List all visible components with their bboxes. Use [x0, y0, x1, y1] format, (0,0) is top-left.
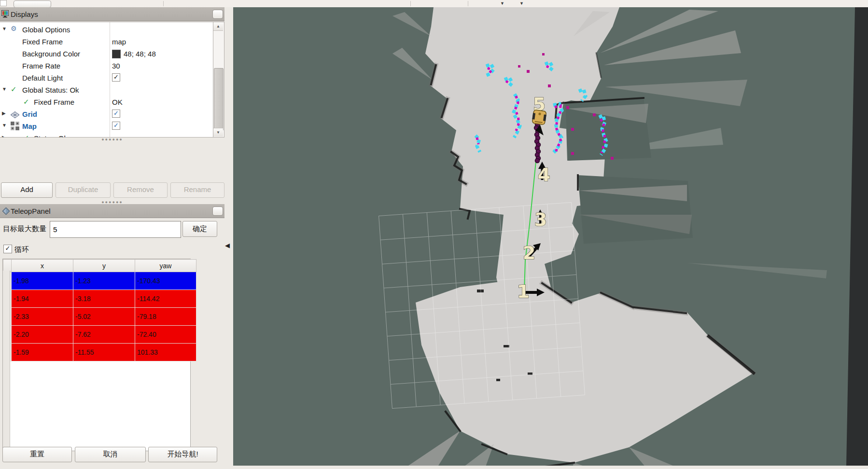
- loop-label: 循环: [14, 245, 29, 254]
- tree-row-frame-rate[interactable]: Frame Rate 30: [0, 60, 212, 72]
- grid-enabled-checkbox[interactable]: ✓: [112, 110, 120, 118]
- rename-display-button: Rename: [170, 182, 224, 198]
- displays-tree: ▼ ⚙ Global Options Fixed Frame map Backg…: [0, 22, 224, 138]
- cell-yaw[interactable]: -79.18: [135, 308, 196, 326]
- table-row-gutter: [3, 271, 10, 451]
- collapse-expander-icon[interactable]: ▶: [2, 110, 6, 116]
- teleop-panel-titlebar: TeleopPanel: [0, 204, 224, 218]
- tree-row-label: Global Status: Ok: [22, 86, 79, 94]
- collapse-expander-icon[interactable]: ▼: [2, 26, 7, 31]
- tree-row-label: Fixed Frame: [34, 98, 74, 106]
- tree-row-label: Map: [22, 122, 37, 130]
- toolbar-separator: [163, 1, 164, 6]
- table-header-row: x y yaw: [3, 260, 196, 272]
- col-header-yaw: yaw: [135, 260, 196, 272]
- frame-rate-value[interactable]: 30: [112, 62, 120, 70]
- start-navigation-button[interactable]: 开始导航!: [148, 447, 217, 462]
- tree-row-map[interactable]: ▼ Map ✓: [0, 120, 212, 132]
- cell-x[interactable]: -2.20: [12, 326, 73, 344]
- toolbar-separator: [410, 1, 411, 6]
- status-ok-check-icon: ✓: [23, 97, 29, 106]
- waypoint-row-2[interactable]: 2 -1.94 -3.18 -114.42: [3, 290, 196, 308]
- tree-row-label: Background Color: [22, 50, 80, 58]
- remove-display-button: Remove: [113, 182, 168, 198]
- cell-y[interactable]: -7.62: [73, 326, 135, 344]
- color-swatch[interactable]: [112, 50, 121, 58]
- render-viewport[interactable]: 5 4 3 2 1: [233, 7, 868, 466]
- tree-row-fixed-frame[interactable]: Fixed Frame map: [0, 36, 212, 48]
- cell-yaw[interactable]: -72.40: [135, 326, 196, 344]
- loop-checkbox[interactable]: ✓: [3, 245, 12, 253]
- tree-row-global-options[interactable]: ▼ ⚙ Global Options: [0, 24, 212, 36]
- cell-yaw[interactable]: -170.43: [135, 272, 196, 290]
- cell-y[interactable]: -5.02: [73, 308, 135, 326]
- cell-x[interactable]: -1.98: [12, 272, 73, 290]
- displays-panel-title: Displays: [11, 10, 38, 18]
- scrollbar-thumb[interactable]: [214, 68, 224, 131]
- cell-yaw[interactable]: -114.42: [135, 290, 196, 308]
- goal-label-3: 3: [534, 209, 547, 230]
- grid-display-icon: [11, 110, 19, 119]
- displays-float-button[interactable]: [212, 10, 223, 19]
- default-light-checkbox[interactable]: ✓: [112, 73, 120, 82]
- map-display-icon: [11, 122, 19, 130]
- panel-splitter[interactable]: ●●●●●●: [0, 137, 224, 142]
- panel-collapse-arrow[interactable]: ◀: [225, 242, 230, 249]
- fixed-frame-value[interactable]: map: [112, 38, 126, 46]
- dropdown-arrow-icon[interactable]: ▼: [519, 0, 524, 7]
- goal-label-1: 1: [517, 281, 530, 302]
- confirm-button[interactable]: 确定: [182, 221, 217, 237]
- max-goal-input[interactable]: [50, 221, 181, 238]
- tree-row-label: Grid: [22, 110, 37, 118]
- gear-icon: ⚙: [11, 25, 19, 33]
- tree-row-label: Fixed Frame: [22, 38, 63, 46]
- collapse-expander-icon[interactable]: ▼: [2, 86, 7, 92]
- waypoint-row-3[interactable]: 3 -2.33 -5.02 -79.18: [3, 308, 196, 326]
- cell-yaw[interactable]: 101.33: [135, 344, 196, 361]
- cancel-button[interactable]: 取消: [75, 447, 146, 462]
- col-header-y: y: [73, 260, 135, 272]
- scrollbar-up-icon[interactable]: ▲: [213, 22, 223, 31]
- teleop-panel-title: TeleopPanel: [11, 207, 51, 215]
- max-goal-label: 目标最大数量: [3, 224, 46, 234]
- background-color-value[interactable]: 48; 48; 48: [124, 50, 156, 58]
- waypoint-table: x y yaw 1 -1.98 -1.23 -170.43 2 -1.94: [2, 259, 191, 451]
- cell-x[interactable]: -1.59: [12, 344, 73, 361]
- dropdown-arrow-icon[interactable]: ▼: [500, 0, 504, 7]
- cell-x[interactable]: -2.33: [12, 308, 73, 326]
- cell-x[interactable]: -1.94: [12, 290, 73, 308]
- teleop-float-button[interactable]: [212, 207, 223, 216]
- tree-row-default-light[interactable]: Default Light ✓: [0, 72, 212, 84]
- toolbar-tool-button[interactable]: [14, 0, 51, 8]
- col-header-x: x: [12, 260, 73, 272]
- collapse-expander-icon[interactable]: ▼: [2, 123, 7, 128]
- scrollbar-down-icon[interactable]: ▼: [213, 128, 223, 137]
- tree-row-background-color[interactable]: Background Color 48; 48; 48: [0, 48, 212, 60]
- waypoint-row-1[interactable]: 1 -1.98 -1.23 -170.43: [3, 272, 196, 290]
- rviz-window: ▼ ▼ Displays ▼ ⚙ Global Options: [0, 0, 868, 469]
- tree-row-label: Global Options: [22, 26, 70, 34]
- goal-label-2: 2: [523, 242, 535, 263]
- tree-row-global-status[interactable]: ▼ ✓ Global Status: Ok: [0, 84, 212, 96]
- cell-y[interactable]: -11.55: [73, 344, 135, 361]
- displays-panel-titlebar: Displays: [0, 7, 224, 21]
- reset-button[interactable]: 重置: [2, 447, 72, 462]
- tree-row-fixed-frame-status[interactable]: ✓ Fixed Frame OK: [0, 96, 212, 108]
- add-display-button[interactable]: Add: [1, 182, 53, 198]
- goal-label-4: 4: [538, 164, 550, 185]
- tree-row-label: Frame Rate: [22, 62, 60, 70]
- map-enabled-checkbox[interactable]: ✓: [112, 122, 120, 130]
- displays-monitor-icon: [1, 10, 10, 18]
- teleop-panel-icon: [2, 207, 10, 215]
- cell-y[interactable]: -3.18: [73, 290, 135, 308]
- tree-scrollbar[interactable]: ▲ ▼: [213, 22, 224, 138]
- tree-row-grid[interactable]: ▶ Grid ✓: [0, 108, 212, 120]
- status-ok-check-icon: ✓: [11, 85, 19, 94]
- outside-map-region: [846, 7, 868, 466]
- cell-y[interactable]: -1.23: [73, 272, 135, 290]
- waypoint-row-5[interactable]: 5 -1.59 -11.55 101.33: [3, 344, 196, 361]
- waypoint-row-4[interactable]: 4 -2.20 -7.62 -72.40: [3, 326, 196, 344]
- corner-header: [3, 260, 12, 272]
- tree-row-label: Default Light: [22, 74, 63, 82]
- duplicate-display-button: Duplicate: [56, 182, 111, 198]
